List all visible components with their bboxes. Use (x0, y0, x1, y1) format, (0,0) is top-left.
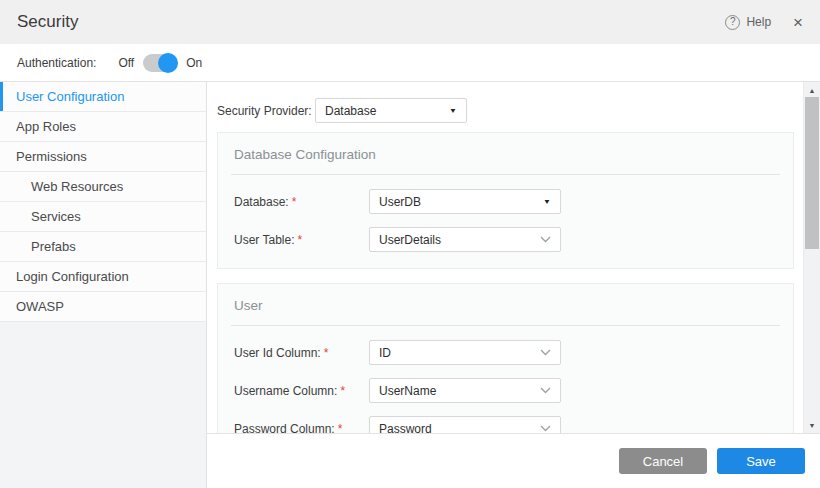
toggle-on-label: On (186, 56, 202, 70)
sidebar: User Configuration App Roles Permissions… (0, 82, 207, 488)
security-provider-label: Security Provider: (217, 104, 315, 118)
sidebar-item-permissions[interactable]: Permissions (0, 142, 206, 172)
username-column-select[interactable]: UserName (369, 378, 561, 403)
chevron-down-icon (540, 387, 551, 394)
security-provider-select[interactable]: Database ▼ (315, 98, 467, 123)
chevron-down-icon (540, 349, 551, 356)
sidebar-item-owasp[interactable]: OWASP (0, 292, 206, 322)
scroll-up-icon[interactable]: ▲ (804, 83, 820, 97)
help-button[interactable]: ? Help (725, 15, 771, 30)
chevron-down-icon (540, 425, 551, 432)
user-table-label: User Table:* (234, 233, 369, 247)
required-asterisk: * (297, 233, 302, 247)
required-asterisk: * (338, 422, 343, 434)
titlebar: Security ? Help × (0, 0, 820, 44)
user-table-value: UserDetails (379, 233, 441, 247)
toggle-off-label: Off (118, 56, 134, 70)
security-provider-value: Database (325, 104, 376, 118)
username-column-field-row: Username Column:* UserName (231, 378, 780, 403)
panel-title-database-configuration: Database Configuration (231, 145, 780, 175)
close-icon[interactable]: × (793, 14, 803, 31)
database-label: Database:* (234, 195, 369, 209)
database-value: UserDB (379, 195, 421, 209)
user-table-field-row: User Table:* UserDetails (231, 227, 780, 252)
authentication-toggle[interactable] (143, 54, 177, 72)
security-dialog: Security ? Help × Authentication: Off On… (0, 0, 820, 488)
page-title: Security (17, 12, 78, 32)
content-area: Security Provider: Database ▼ Database C… (207, 82, 820, 433)
user-id-column-label: User Id Column:* (234, 346, 369, 360)
footer: Cancel Save (207, 433, 820, 488)
database-field-row: Database:* UserDB ▼ (231, 189, 780, 214)
scrollbar-thumb[interactable] (805, 97, 819, 249)
sidebar-item-login-configuration[interactable]: Login Configuration (0, 262, 206, 292)
password-column-select[interactable]: Password (369, 416, 561, 433)
save-button[interactable]: Save (717, 448, 805, 474)
sidebar-item-prefabs[interactable]: Prefabs (0, 232, 206, 262)
database-select[interactable]: UserDB ▼ (369, 189, 561, 214)
dropdown-arrow-icon: ▼ (449, 107, 457, 115)
help-icon: ? (725, 15, 740, 30)
password-column-field-row: Password Column:* Password (231, 416, 780, 433)
user-id-column-field-row: User Id Column:* ID (231, 340, 780, 365)
help-label: Help (746, 15, 771, 29)
chevron-down-icon (540, 236, 551, 243)
user-panel: User User Id Column:* ID Username Column… (217, 283, 794, 433)
authentication-row: Authentication: Off On (0, 44, 820, 82)
security-provider-row: Security Provider: Database ▼ (217, 98, 793, 123)
user-id-column-value: ID (379, 346, 391, 360)
username-column-label: Username Column:* (234, 384, 369, 398)
scroll-down-icon[interactable]: ▼ (804, 418, 820, 432)
password-column-value: Password (379, 422, 432, 434)
vertical-scrollbar[interactable]: ▲ ▼ (803, 82, 820, 433)
required-asterisk: * (324, 346, 329, 360)
user-id-column-select[interactable]: ID (369, 340, 561, 365)
sidebar-item-user-configuration[interactable]: User Configuration (0, 82, 206, 112)
sidebar-item-app-roles[interactable]: App Roles (0, 112, 206, 142)
panel-title-user: User (231, 296, 780, 326)
username-column-value: UserName (379, 384, 436, 398)
dropdown-arrow-icon: ▼ (543, 198, 551, 206)
sidebar-item-services[interactable]: Services (0, 202, 206, 232)
password-column-label: Password Column:* (234, 422, 369, 434)
authentication-label: Authentication: (17, 56, 96, 70)
sidebar-item-web-resources[interactable]: Web Resources (0, 172, 206, 202)
user-table-select[interactable]: UserDetails (369, 227, 561, 252)
database-configuration-panel: Database Configuration Database:* UserDB… (217, 132, 794, 269)
cancel-button[interactable]: Cancel (619, 448, 707, 474)
required-asterisk: * (292, 195, 297, 209)
toggle-knob (158, 53, 178, 73)
required-asterisk: * (340, 384, 345, 398)
